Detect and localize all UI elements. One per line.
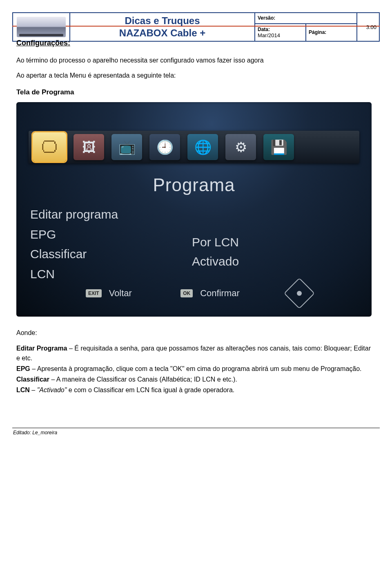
program-icon[interactable]: 🖵 [33, 132, 66, 162]
doc-title-line2: NAZABOX Cable + [73, 27, 252, 39]
footer-editor: Editado: Le_moreira [12, 428, 380, 435]
desc-lcn-pre: – [30, 386, 37, 393]
menu-lcn[interactable]: LCN [30, 265, 118, 284]
tv-search-icon[interactable]: 📺 [111, 134, 142, 160]
section-heading: Configurações: [16, 39, 376, 47]
desc-lcn: LCN – "Activado" e com o Classificar em … [16, 385, 376, 395]
logo-cell [13, 13, 70, 41]
intro-paragraph-2: Ao apertar a tecla Menu é apresentada a … [16, 71, 376, 80]
intro-paragraph-1: Ao término do processo o aparelho necess… [16, 56, 376, 65]
subheading-tela: Tela de Programa [16, 88, 376, 96]
tv-values-right: Por LCN Activado [192, 233, 239, 271]
value-classificar: Por LCN [192, 233, 239, 252]
version-value: 3.00 [357, 13, 379, 41]
tv-footer-bar: EXIT Voltar OK Confirmar [16, 282, 372, 304]
dpad-icon[interactable] [284, 278, 315, 309]
ok-button-icon[interactable]: OK [180, 289, 193, 297]
desc-editar: Editar Programa – É requisitada a senha,… [16, 344, 376, 363]
date-value: Mar/2014 [258, 32, 280, 38]
aonde-label: Aonde: [16, 328, 376, 337]
menu-epg[interactable]: EPG [30, 225, 118, 244]
tv-menu-left: Editar programa EPG Classificar LCN [30, 205, 118, 284]
desc-epg-text: – Apresenta à programação, clique com a … [30, 365, 362, 372]
tv-screen-title: Programa [16, 175, 372, 195]
date-label: Data: [258, 27, 270, 32]
desc-editar-text: – É requisitada a senha, para que possam… [16, 345, 371, 362]
tv-iconbar: 🖵 🖼 📺 🕘 🌐 ⚙ 💾 [29, 131, 359, 163]
doc-title-cell: Dicas e Truques NAZABOX Cable + [70, 13, 255, 41]
exit-button-icon[interactable]: EXIT [86, 289, 102, 297]
desc-epg: EPG – Apresenta à programação, clique co… [16, 364, 376, 374]
usb-icon[interactable]: 💾 [263, 134, 294, 160]
clock-icon[interactable]: 🕘 [149, 134, 180, 160]
desc-editar-term: Editar Programa [16, 345, 67, 352]
desc-lcn-term: LCN [16, 386, 30, 393]
descriptions-block: Editar Programa – É requisitada a senha,… [16, 344, 376, 395]
footer-confirmar-label: Confirmar [200, 288, 240, 299]
desc-class-term: Classificar [16, 376, 49, 383]
gear-icon[interactable]: ⚙ [225, 134, 256, 160]
desc-classificar: Classificar – A maneira de Classificar o… [16, 375, 376, 384]
desc-class-text: – A maneira de Classificar os Canais (Al… [49, 376, 237, 383]
footer-voltar-label: Voltar [109, 288, 132, 299]
desc-lcn-ital: "Activado" [37, 386, 67, 393]
globe-icon[interactable]: 🌐 [187, 134, 218, 160]
tv-screenshot: 🖵 🖼 📺 🕘 🌐 ⚙ 💾 Programa Editar programa E… [16, 102, 372, 317]
menu-editar-programa[interactable]: Editar programa [30, 205, 118, 224]
gallery-icon[interactable]: 🖼 [74, 134, 104, 160]
document-header: Dicas e Truques NAZABOX Cable + Versão: … [12, 12, 380, 42]
desc-epg-term: EPG [16, 365, 30, 372]
value-lcn: Activado [192, 252, 239, 271]
desc-lcn-post: e com o Classificar em LCN fica igual à … [67, 386, 234, 393]
page-label: Página: [309, 29, 326, 35]
menu-classificar[interactable]: Classificar [30, 245, 118, 264]
